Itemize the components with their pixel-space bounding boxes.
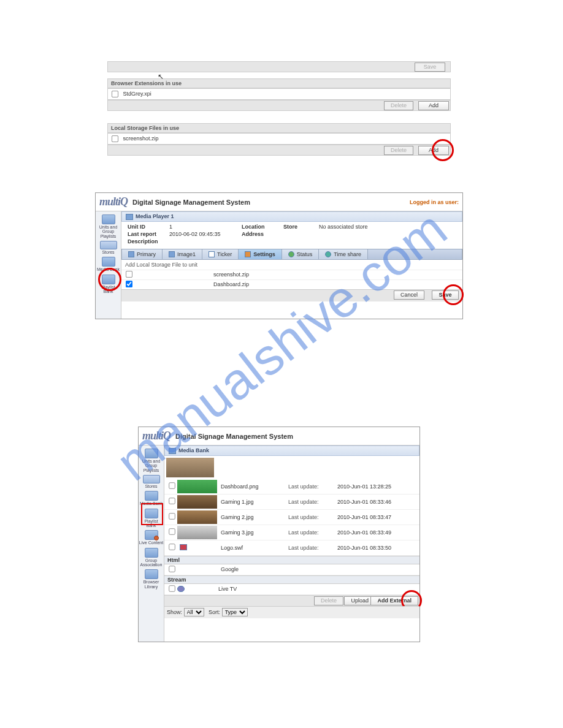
ext-checkbox[interactable]: [112, 91, 118, 97]
sidebar-3: Units and Group Playlists Stores Media B…: [139, 446, 164, 642]
delete-media-button[interactable]: Delete: [314, 596, 343, 605]
media-row-3: Gaming 3.jpg Last update: 2010-Jun-01 08…: [164, 525, 419, 540]
tab-status[interactable]: Status: [282, 249, 320, 259]
units-icon: [102, 214, 115, 224]
show-select[interactable]: All: [184, 608, 204, 616]
last-report-value: 2010-06-02 09:45:35: [169, 231, 237, 237]
section-extensions-files: Save ↖ Browser Extensions in use StdGrey…: [107, 61, 451, 156]
media-label-4: Last update:: [288, 545, 337, 551]
media-name-2: Gaming 2.jpg: [221, 514, 288, 520]
stores-icon: [100, 241, 117, 249]
stream-check[interactable]: [169, 585, 175, 591]
ext-row: StdGrey.xpi: [107, 88, 451, 100]
media-row-0: Dashboard.png Last update: 2010-Jun-01 1…: [164, 479, 419, 495]
sidebar-item-stores[interactable]: Stores: [96, 240, 121, 255]
sidebar-item-group-assoc[interactable]: Group Association: [139, 547, 164, 568]
local-storage-header: Local Storage Files in use: [107, 123, 451, 133]
primary-icon: [128, 251, 134, 257]
image1-icon: [169, 251, 175, 257]
media-date-2: 2010-Jun-01 08:33:47: [337, 514, 411, 520]
media-thumb-2: [177, 510, 217, 524]
groupassoc-icon: [145, 548, 158, 558]
top-save-bar: Save: [107, 61, 451, 72]
subhead: Add Local Storage File to unit: [121, 260, 462, 270]
html-row: Google: [164, 564, 419, 575]
sidebar-item-units[interactable]: Units and Group Playlists: [96, 214, 121, 239]
save-button[interactable]: Save: [415, 63, 445, 72]
add-ext-button[interactable]: Add: [418, 101, 449, 110]
stream-icon: [177, 586, 185, 592]
media-label-3: Last update:: [288, 529, 337, 536]
storage-row: screenshot.zip: [107, 133, 451, 145]
html-header: Html: [164, 556, 419, 564]
media-label-1: Last update:: [288, 499, 337, 505]
preview-thumb: [166, 458, 214, 477]
media-check-1[interactable]: [169, 498, 175, 504]
units-icon-3: [145, 449, 158, 458]
main-panel-3: Media Bank Dashboard.png Last update: 20…: [164, 446, 419, 642]
app-window-mediabank: multiQ Digital Signage Management System…: [138, 427, 420, 642]
app-title-3: Digital Signage Management System: [175, 433, 293, 440]
app-header: multiQ Digital Signage Management System…: [96, 193, 462, 211]
media-name-3: Gaming 3.jpg: [221, 529, 288, 536]
storage-checkbox[interactable]: [112, 135, 118, 142]
tab-timeshare[interactable]: Time share: [319, 249, 368, 259]
media-date-1: 2010-Jun-01 08:33:46: [337, 499, 411, 505]
timeshare-icon: [325, 251, 331, 257]
action-bar: Cancel Save: [121, 289, 462, 301]
file-row-1: screenshot.zip: [121, 270, 462, 279]
filter-bar: Show: All Sort: Type: [164, 606, 419, 618]
mediabank-icon: [102, 257, 115, 267]
media-thumb-3: [177, 526, 217, 539]
info-row-1: Unit ID 1 Location Store No associated s…: [121, 222, 462, 246]
panel-title-3: Media Bank: [164, 446, 419, 456]
panel-title: Media Player 1: [121, 211, 462, 222]
tab-settings[interactable]: Settings: [239, 249, 282, 259]
html-check[interactable]: [169, 566, 175, 572]
media-name-0: Dashboard.png: [221, 483, 288, 490]
media-thumb-1: [177, 495, 217, 509]
ext-name: StdGrey.xpi: [123, 91, 151, 97]
sidebar-item-stores-3[interactable]: Stores: [139, 474, 164, 489]
file-name-1: screenshot.zip: [210, 270, 462, 279]
file-row-2: Dashboard.zip: [121, 279, 462, 289]
media-check-3[interactable]: [169, 528, 175, 534]
media-row-2: Gaming 2.jpg Last update: 2010-Jun-01 08…: [164, 510, 419, 525]
swf-icon: [180, 544, 187, 550]
file-list: screenshot.zip Dashboard.zip: [121, 270, 462, 289]
cancel-button[interactable]: Cancel: [394, 290, 424, 300]
media-name-4: Logo.swf: [221, 545, 288, 551]
tab-bar: Primary Image1 Ticker Settings Status Ti…: [121, 249, 462, 260]
html-name: Google: [221, 566, 288, 572]
store-value: No associated store: [319, 224, 456, 230]
storage-name: screenshot.zip: [123, 135, 159, 142]
media-check-2[interactable]: [169, 513, 175, 519]
delete-ext-button[interactable]: Delete: [384, 101, 413, 110]
description-label: Description: [128, 238, 164, 245]
sidebar-item-browser-lib[interactable]: Browser Library: [139, 569, 164, 590]
last-report-label: Last report: [128, 231, 164, 237]
main-panel: Media Player 1 Unit ID 1 Location Store …: [121, 211, 462, 319]
browserlib-icon: [145, 569, 158, 579]
address-label: Address: [242, 231, 278, 237]
panel-icon: [126, 214, 133, 220]
sort-select[interactable]: Type: [222, 608, 248, 616]
media-check-4[interactable]: [169, 544, 175, 550]
tab-image1[interactable]: Image1: [163, 249, 202, 259]
unit-id-value: 1: [169, 224, 237, 230]
media-row-4: Logo.swf Last update: 2010-Jun-01 08:33:…: [164, 540, 419, 556]
ticker-icon: [209, 251, 215, 257]
file-checkbox-1[interactable]: [125, 271, 132, 278]
tab-primary[interactable]: Primary: [122, 249, 163, 259]
media-check-0[interactable]: [169, 482, 175, 488]
sidebar-item-units-3[interactable]: Units and Group Playlists: [139, 448, 164, 473]
media-date-0: 2010-Jun-01 13:28:25: [337, 483, 411, 490]
file-checkbox-2[interactable]: [125, 281, 132, 287]
sidebar-item-live-content[interactable]: Live Content: [139, 529, 164, 545]
stream-row: Live TV: [164, 584, 419, 595]
media-row-1: Gaming 1.jpg Last update: 2010-Jun-01 08…: [164, 495, 419, 510]
livecontent-icon: [145, 530, 158, 540]
tab-ticker[interactable]: Ticker: [202, 249, 239, 259]
delete-storage-button[interactable]: Delete: [384, 146, 413, 155]
app-window-settings: multiQ Digital Signage Management System…: [95, 192, 463, 319]
